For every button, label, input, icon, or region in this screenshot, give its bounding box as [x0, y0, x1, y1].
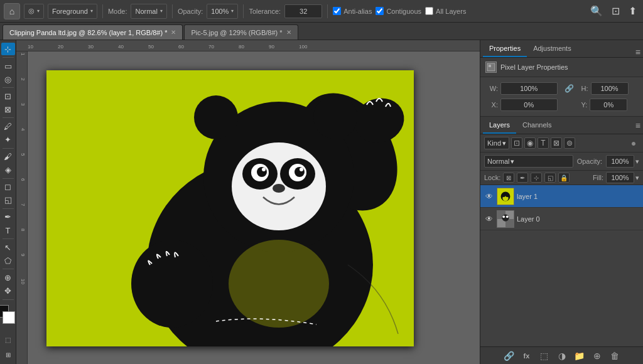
layer-delete-btn[interactable]: 🗑: [608, 350, 621, 362]
tool-divider-6: [3, 208, 14, 209]
search-button[interactable]: 🔍: [588, 4, 605, 18]
layer-row-layer0[interactable]: 👁 Layer 0: [480, 208, 643, 230]
layer-filter-shape[interactable]: ⊠: [551, 137, 562, 149]
opacity-arrow[interactable]: ▾: [635, 158, 639, 166]
tab-layers[interactable]: Layers: [483, 117, 516, 134]
tool-divider-3: [3, 117, 14, 118]
eraser-tool[interactable]: ◻: [1, 181, 15, 193]
layer-link-btn[interactable]: 🔗: [503, 350, 516, 362]
layers-filter-toolbar: Kind ▾ ⊡ ◉ T ⊠ ⊚ ●: [480, 134, 643, 153]
svg-point-4: [131, 240, 213, 328]
layer0-thumbnail: [497, 210, 514, 228]
tab-properties[interactable]: Properties: [483, 41, 527, 57]
lasso-tool[interactable]: ◎: [1, 73, 15, 85]
x-input[interactable]: [500, 99, 558, 111]
tolerance-input[interactable]: [284, 4, 322, 18]
layer-filter-pixel[interactable]: ⊡: [511, 137, 522, 149]
layer-filter-adjust[interactable]: ◉: [524, 137, 536, 149]
layer0-visibility[interactable]: 👁: [484, 214, 494, 224]
stamp-tool[interactable]: ◈: [1, 164, 15, 176]
mode-dropdown[interactable]: Normal ▾: [131, 4, 166, 19]
y-label: Y:: [581, 101, 588, 109]
kind-label: Kind: [487, 139, 501, 147]
tab-pic5[interactable]: Pic-5.jpg @ 129% (RGB/8#) * ✕: [184, 24, 298, 40]
frame-tool[interactable]: ⊠: [1, 103, 15, 115]
opacity-dropdown[interactable]: 100% ▾: [207, 4, 238, 19]
tool-selector[interactable]: ◎ ▾: [24, 4, 44, 19]
h-input[interactable]: [591, 82, 629, 95]
tab-adjustments[interactable]: Adjustments: [527, 41, 578, 57]
layer-row-layer1[interactable]: 👁 layer 1: [480, 185, 643, 208]
layer-fx-btn[interactable]: fx: [521, 350, 533, 362]
x-label: X:: [485, 101, 498, 109]
tool-divider-8: [3, 269, 14, 269]
lock-pixels-btn[interactable]: ⊠: [503, 173, 514, 183]
screen-mode-btn[interactable]: ⊞: [1, 348, 15, 361]
home-button[interactable]: ⌂: [4, 3, 20, 19]
fill-input[interactable]: [606, 172, 634, 183]
toolbar-right: 🔍 ⊡ ⬆: [588, 4, 639, 18]
fill-arrow[interactable]: ▾: [635, 174, 639, 182]
all-layers-checkbox[interactable]: [425, 7, 433, 15]
canvas-viewport[interactable]: [28, 51, 480, 364]
contiguous-checkbox[interactable]: [376, 7, 384, 15]
foreground-label: Foreground: [52, 8, 88, 15]
ruler-mark-h: 10: [28, 44, 58, 50]
ruler-mark-v: 4: [19, 127, 27, 152]
layers-menu-icon[interactable]: ≡: [635, 120, 640, 131]
w-input[interactable]: [500, 82, 558, 95]
eyedropper-tool[interactable]: 🖊: [1, 120, 15, 132]
lock-paint-btn[interactable]: ✒: [517, 173, 528, 183]
move-tool[interactable]: ⊹: [1, 43, 15, 55]
layer1-visibility[interactable]: 👁: [484, 191, 494, 201]
type-tool[interactable]: T: [1, 224, 15, 237]
brush-tool[interactable]: 🖌: [1, 151, 15, 163]
opacity-input[interactable]: [606, 155, 634, 168]
link-icon[interactable]: 🔗: [560, 84, 579, 93]
kind-dropdown[interactable]: Kind ▾: [484, 137, 509, 149]
anti-alias-checkbox[interactable]: [333, 7, 341, 15]
lock-artboard-btn[interactable]: ◱: [544, 173, 556, 183]
tool-arrow: ▾: [37, 8, 40, 14]
layer-new-btn[interactable]: ⊕: [591, 350, 603, 362]
tab-pic5-close[interactable]: ✕: [286, 29, 291, 36]
crop-tool[interactable]: ⊡: [1, 90, 15, 102]
path-tool[interactable]: ↖: [1, 241, 15, 254]
foreground-dropdown[interactable]: Foreground ▾: [48, 4, 97, 19]
lock-position-btn[interactable]: ⊹: [531, 173, 542, 183]
shape-tool[interactable]: ⬠: [1, 254, 15, 267]
y-input[interactable]: [590, 99, 627, 111]
svg-point-16: [194, 95, 238, 139]
tab-channels[interactable]: Channels: [516, 117, 558, 134]
svg-point-12: [294, 167, 305, 177]
ruler-mark-v: 5: [19, 152, 27, 177]
layer-mask-btn[interactable]: ⬚: [538, 350, 551, 362]
healing-tool[interactable]: ✦: [1, 134, 15, 146]
marquee-tool[interactable]: ▭: [1, 60, 15, 72]
blend-mode-dropdown[interactable]: Normal ▾: [484, 155, 573, 168]
pixel-layer-header: Pixel Layer Properties: [480, 58, 643, 77]
pen-tool[interactable]: ✒: [1, 211, 15, 223]
share-button[interactable]: ⬆: [626, 4, 639, 18]
tab-clipping-panda[interactable]: Clipping Panda ltd.jpg @ 82.6% (layer 1,…: [3, 24, 183, 40]
anti-alias-label: Anti-alias: [343, 8, 372, 15]
gradient-tool[interactable]: ◱: [1, 194, 15, 206]
svg-point-11: [257, 167, 267, 177]
pixel-layer-thumb-icon: [485, 62, 497, 73]
ruler-mark-h: 90: [269, 44, 299, 50]
ruler-mark-h: 30: [88, 44, 118, 50]
svg-point-18: [229, 240, 329, 328]
background-color[interactable]: [3, 311, 15, 324]
quick-mask-btn[interactable]: ⬚: [1, 333, 15, 346]
layer-filter-smart[interactable]: ⊚: [564, 137, 575, 149]
zoom-tool[interactable]: ⊕: [1, 271, 15, 284]
properties-menu-icon[interactable]: ≡: [635, 47, 640, 57]
layer-group-btn[interactable]: 📁: [573, 350, 586, 362]
tab-clipping-panda-close[interactable]: ✕: [171, 29, 176, 36]
layer-filter-toggle[interactable]: ●: [628, 137, 639, 149]
layer-adjustment-btn[interactable]: ◑: [556, 350, 568, 362]
hand-tool[interactable]: ✥: [1, 284, 15, 297]
arrange-button[interactable]: ⊡: [609, 4, 622, 18]
lock-all-btn[interactable]: 🔒: [558, 173, 570, 183]
layer-filter-type[interactable]: T: [538, 137, 549, 149]
